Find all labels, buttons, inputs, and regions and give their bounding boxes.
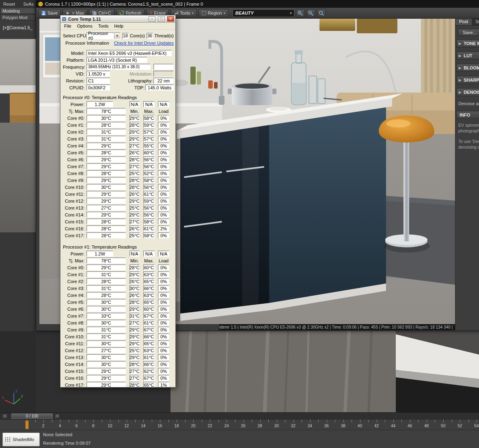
menu-options[interactable]: Options xyxy=(74,23,95,29)
core-load-field: 0% xyxy=(158,264,169,271)
core-min-field: 29°C xyxy=(129,340,140,346)
save-as-button[interactable]: SvAs xyxy=(20,1,37,7)
rollout-header[interactable]: ▶ SHARPEN xyxy=(456,76,479,84)
core-load-field: 0% xyxy=(158,285,169,291)
rollout-label: LUT xyxy=(464,53,472,58)
core-min-field: 28°C xyxy=(129,156,140,162)
core-max-field: 58°C xyxy=(143,115,155,121)
viewport-crate-fragment xyxy=(10,93,36,123)
core-max-field: 58°C xyxy=(143,219,155,225)
core-label: Core #5: xyxy=(63,150,86,155)
frequency-extra-field xyxy=(153,64,174,70)
frame-next-button[interactable]: > xyxy=(54,413,60,419)
core-min-field: 28°C xyxy=(129,177,140,183)
cpu-select[interactable]: Processor #0 ▼ xyxy=(86,32,121,39)
core-min-field: 25°C xyxy=(129,347,140,353)
tjmax-field: 78°C xyxy=(86,108,126,114)
core-temp-app-icon xyxy=(62,17,67,22)
timeline-tick-label: 36 xyxy=(318,424,335,428)
tab-post[interactable]: Post xyxy=(455,19,472,25)
core-label: Core #7: xyxy=(63,314,86,318)
core-temp-row: Core #4: 29°C 27°C 55°C 0% xyxy=(63,142,174,149)
corona-titlebar[interactable]: Corona 1.7 | 1200×900px (1:1) | Camera: … xyxy=(36,0,479,8)
core-max-field: 61°C xyxy=(143,191,155,197)
chevron-down-icon[interactable]: ▼ xyxy=(114,33,120,39)
core-max-field: 61°C xyxy=(143,320,155,326)
timeline-ruler[interactable]: 2 4 6 8 10 12 14 16 18 20 22 24 xyxy=(0,419,479,430)
zoom-out-button[interactable] xyxy=(306,9,315,17)
core-label: Core #2: xyxy=(63,130,86,134)
zoom-in-button[interactable] xyxy=(296,9,305,17)
core-temp-field: 29°C xyxy=(86,375,126,381)
time-slider[interactable]: 0 / 100 xyxy=(11,413,53,419)
core-label: Core #17: xyxy=(63,233,86,238)
core-load-field: 0% xyxy=(158,361,169,367)
save-button[interactable]: Save xyxy=(38,9,61,17)
save-icon xyxy=(41,11,46,15)
rollout-header[interactable]: ▶ LUT xyxy=(456,52,479,60)
core-max-field: 58°C xyxy=(143,232,155,238)
menu-file[interactable]: File xyxy=(61,23,74,29)
svg-text:z: z xyxy=(15,389,17,393)
core-temp-title: Core Temp 1.11 xyxy=(68,17,146,22)
core-min-field: 27°C xyxy=(129,375,140,381)
core-label: Core #14: xyxy=(63,362,86,367)
lut-save-button[interactable]: Save... xyxy=(458,29,479,36)
minimize-button[interactable]: – xyxy=(149,16,155,22)
proc1-tjmax-row: Tj. Max: 78°C Min. Max. Load xyxy=(63,257,174,264)
threads-count: 36 xyxy=(147,33,153,39)
platform-field: LGA 2011-V3 (Socket R) xyxy=(86,57,147,63)
menu-tools[interactable]: Tools xyxy=(95,23,112,29)
timeline-tick-label: 48 xyxy=(418,424,435,428)
core-max-field: 62°C xyxy=(143,368,155,374)
core-temp-row: Core #0: 30°C 29°C 58°C 0% xyxy=(63,115,174,121)
tab-modeling[interactable]: Modeling xyxy=(0,8,35,14)
core-min-field: 30°C xyxy=(129,285,140,291)
proc0-header: Processor #0: Temperature Readings xyxy=(63,94,174,101)
viewport-label[interactable]: [+][Corona1.5_ xyxy=(3,25,32,30)
time-slider-marker[interactable] xyxy=(25,420,29,429)
core-min-field: 27°C xyxy=(129,143,140,149)
menu-help[interactable]: Help xyxy=(111,23,126,29)
render-stats-bar: Corona Renderer 1.5 | Intel(R) Xeon(R) C… xyxy=(219,324,455,330)
info-text-line: denoising in xyxy=(455,144,479,150)
core-temp-field: 28°C xyxy=(86,122,126,128)
rollout-label: TONE MA xyxy=(464,41,479,46)
zoom-reset-button[interactable] xyxy=(317,9,326,17)
timeline-tick-label: 34 xyxy=(302,424,318,428)
core-temp-row: Core #17: 29°C 28°C 65°C 1% xyxy=(63,381,174,387)
core-temp-row: Core #12: 29°C 29°C 59°C 0% xyxy=(63,197,174,204)
core-min-field: 26°C xyxy=(129,225,140,232)
tdp-field: 145.0 Watts xyxy=(145,84,174,91)
tab-polygon-modeling[interactable]: Polygon Mod xyxy=(0,14,35,20)
core-load-field: 2% xyxy=(158,225,169,232)
rollout-header[interactable]: ▶ BLOOM A xyxy=(456,64,479,72)
shading-mode-button[interactable]: ShadedMo xyxy=(2,433,40,446)
core-min-field: 29°C xyxy=(129,212,140,218)
region-button[interactable]: Region ▾ xyxy=(199,9,229,17)
timeline-tick-label: 46 xyxy=(401,424,418,428)
chevron-down-icon: ▾ xyxy=(224,11,225,15)
core-min-field: 28°C xyxy=(129,122,140,128)
core-min-field: 31°C xyxy=(129,313,140,319)
core-label: Core #6: xyxy=(63,157,86,162)
core-temp-field: 30°C xyxy=(86,115,126,121)
tab-stats[interactable]: Stats xyxy=(472,19,479,25)
core-temp-field: 28°C xyxy=(86,149,126,156)
core-temp-field: 29°C xyxy=(86,163,126,169)
core-temp-field: 29°C xyxy=(86,143,126,149)
driver-update-link[interactable]: Check for Intel Driver Updates xyxy=(114,41,174,45)
rollout-header[interactable]: ▶ DENOISIN xyxy=(456,88,479,96)
channel-select[interactable]: BEAUTY ▾ xyxy=(233,9,294,17)
close-button[interactable]: × xyxy=(167,16,174,22)
core-load-field: 0% xyxy=(158,115,169,121)
frame-prev-button[interactable]: < xyxy=(2,413,8,419)
reset-button[interactable]: Reset xyxy=(0,1,18,7)
region-icon xyxy=(202,11,206,15)
core-temp-row: Core #15: 29°C 27°C 62°C 0% xyxy=(63,368,174,374)
rollout-header[interactable]: ▶ TONE MA xyxy=(456,39,479,48)
core-min-field: 29°C xyxy=(129,333,140,340)
core-label: Core #15: xyxy=(63,219,86,224)
core-temp-titlebar[interactable]: Core Temp 1.11 – □ × xyxy=(60,15,175,23)
maximize-button[interactable]: □ xyxy=(158,16,165,22)
